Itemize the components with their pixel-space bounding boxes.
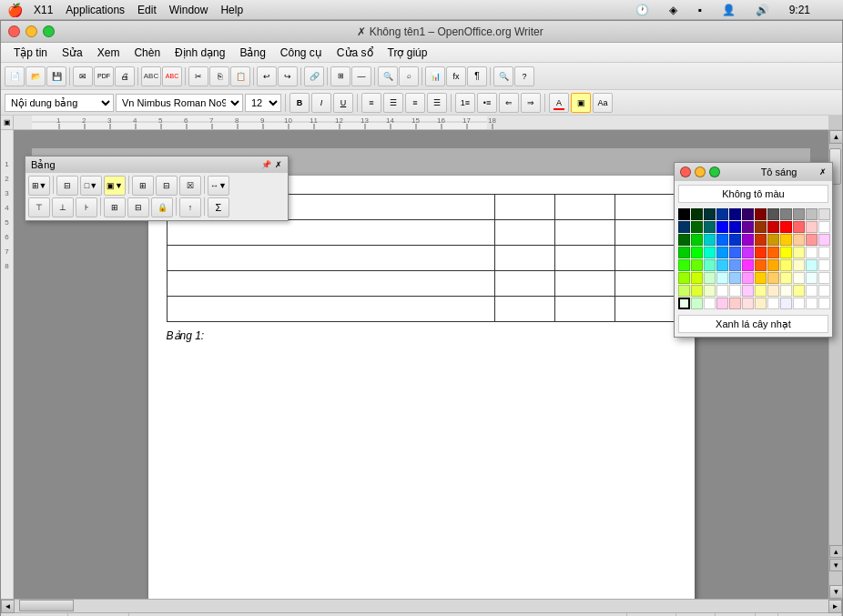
help-button[interactable]: ? [514, 66, 534, 86]
table-cell[interactable] [167, 271, 495, 297]
color-cell[interactable] [780, 247, 792, 258]
zoom-button[interactable]: 🔍 [493, 66, 513, 86]
table-cell[interactable] [555, 195, 615, 220]
color-cell[interactable] [818, 221, 830, 233]
formula-button[interactable]: fx [446, 66, 466, 86]
color-cell[interactable] [806, 259, 818, 271]
italic-button[interactable]: I [311, 93, 331, 113]
color-cell[interactable] [716, 247, 728, 258]
color-cell[interactable] [729, 234, 741, 246]
color-cell[interactable] [704, 259, 716, 271]
mac-menu-edit[interactable]: Edit [137, 4, 157, 16]
color-cell[interactable] [806, 272, 818, 284]
chart-button[interactable]: 📊 [425, 66, 445, 86]
print-button[interactable]: 🖨 [115, 66, 135, 86]
outdent-button[interactable]: ⇐ [499, 93, 519, 113]
color-cell[interactable] [767, 298, 779, 309]
menu-dinhdang[interactable]: Định dạng [168, 46, 232, 59]
bang-toolbar-title[interactable]: Bảng 📌 ✗ [25, 157, 288, 173]
color-cell[interactable] [704, 272, 716, 284]
color-cell[interactable] [755, 208, 767, 220]
color-cell[interactable] [678, 298, 690, 309]
color-cell[interactable] [729, 298, 741, 309]
cut-button[interactable]: ✂ [188, 66, 208, 86]
align-right-button[interactable]: ≡ [405, 93, 425, 113]
pdf-button[interactable]: PDF [94, 66, 114, 86]
undo-button[interactable]: ↩ [257, 66, 277, 86]
color-cell[interactable] [793, 259, 805, 271]
color-cell[interactable] [678, 285, 690, 297]
color-cell[interactable] [742, 247, 754, 258]
color-cell[interactable] [704, 247, 716, 258]
color-cell[interactable] [729, 285, 741, 297]
insert-table-btn[interactable]: ⊞▼ [28, 176, 50, 196]
table-cell[interactable] [615, 220, 675, 246]
table-cell[interactable] [615, 195, 675, 220]
color-cell[interactable] [691, 221, 703, 233]
color-cell[interactable] [716, 259, 728, 271]
menu-sua[interactable]: Sửa [55, 46, 90, 59]
minimize-button[interactable] [25, 25, 37, 37]
color-cell[interactable] [780, 272, 792, 284]
size-combo[interactable]: 12 [245, 94, 281, 112]
color-cell[interactable] [780, 285, 792, 297]
table-cell[interactable] [555, 246, 615, 271]
color-cell[interactable] [767, 259, 779, 271]
table-button[interactable]: ⊞ [330, 66, 350, 86]
color-cell[interactable] [742, 298, 754, 309]
table-cell[interactable] [615, 246, 675, 271]
color-cell[interactable] [742, 259, 754, 271]
apple-menu[interactable]: 🍎 [7, 3, 23, 17]
table-props-btn[interactable]: ⊟ [56, 176, 78, 196]
insert-row-btn[interactable]: ⊞ [132, 176, 154, 196]
color-cell[interactable] [691, 272, 703, 284]
color-cell[interactable] [716, 285, 728, 297]
color-cell[interactable] [793, 272, 805, 284]
color-cell[interactable] [755, 285, 767, 297]
color-cell[interactable] [704, 221, 716, 233]
color-cell[interactable] [729, 272, 741, 284]
color-cell[interactable] [716, 208, 728, 220]
color-cell[interactable] [678, 234, 690, 246]
color-cell[interactable] [678, 221, 690, 233]
color-cell[interactable] [691, 285, 703, 297]
color-cell[interactable] [793, 285, 805, 297]
color-cell[interactable] [755, 298, 767, 309]
color-cell[interactable] [742, 234, 754, 246]
h-scroll-left-button[interactable]: ◄ [1, 600, 15, 613]
color-cell[interactable] [806, 285, 818, 297]
bullets-button[interactable]: •≡ [477, 93, 497, 113]
color-cell[interactable] [806, 221, 818, 233]
copy-button[interactable]: ⎘ [209, 66, 229, 86]
color-cell[interactable] [755, 234, 767, 246]
maximize-button[interactable] [43, 25, 55, 37]
menu-taptin[interactable]: Tập tin [6, 46, 55, 59]
table-cell[interactable] [495, 246, 555, 271]
color-cell[interactable] [704, 298, 716, 309]
menu-xem[interactable]: Xem [90, 46, 127, 59]
color-cell[interactable] [716, 221, 728, 233]
autospell-button[interactable]: ABC [162, 66, 182, 86]
color-cell[interactable] [780, 234, 792, 246]
scroll-up-button[interactable]: ▲ [829, 130, 843, 144]
color-cell[interactable] [716, 298, 728, 309]
align-left-button[interactable]: ≡ [361, 93, 381, 113]
table-cell[interactable] [555, 220, 615, 246]
insert-col-btn[interactable]: ⊟ [156, 176, 178, 196]
color-cell[interactable] [729, 247, 741, 258]
color-cell[interactable] [780, 208, 792, 220]
split-cells-btn[interactable]: ⊟ [127, 197, 149, 217]
color-cell[interactable] [704, 234, 716, 246]
color-cell[interactable] [793, 208, 805, 220]
color-cell[interactable] [767, 234, 779, 246]
color-cell[interactable] [716, 234, 728, 246]
close-button[interactable] [8, 25, 20, 37]
nonprint-button[interactable]: ¶ [467, 66, 487, 86]
table-cell[interactable] [167, 246, 495, 271]
charformat-button[interactable]: Aa [593, 93, 613, 113]
color-cell[interactable] [780, 221, 792, 233]
color-cell[interactable] [678, 208, 690, 220]
color-cell[interactable] [793, 234, 805, 246]
h-scroll-thumb[interactable] [19, 600, 74, 611]
find-button[interactable]: 🔍 [378, 66, 398, 86]
